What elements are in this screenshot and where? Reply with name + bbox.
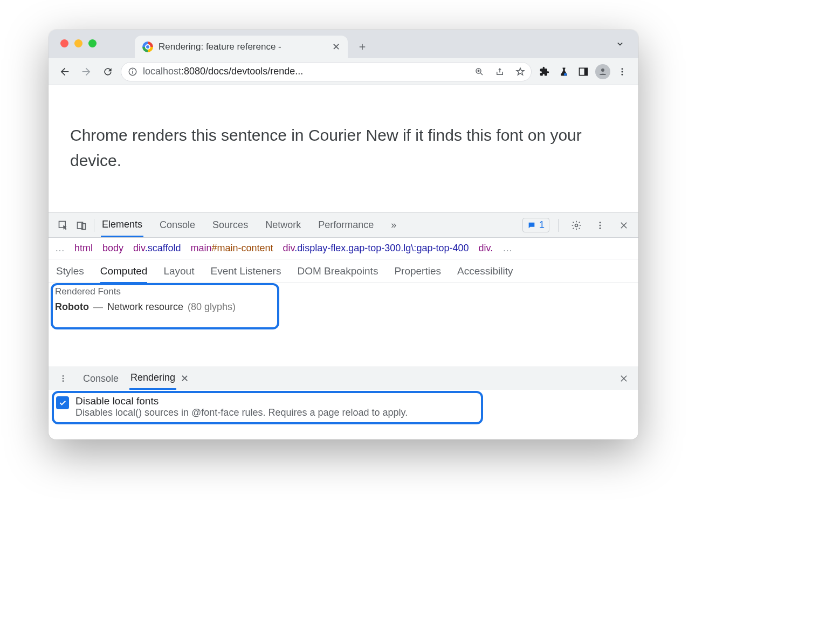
breadcrumb-item[interactable]: div.display-flex.gap-top-300.lg\:gap-top…	[283, 243, 469, 254]
breadcrumb-item[interactable]: body	[102, 243, 123, 254]
gear-icon	[571, 220, 582, 231]
svg-point-9	[622, 71, 623, 72]
close-tab-icon[interactable]: ✕	[332, 41, 340, 53]
svg-point-10	[622, 73, 623, 75]
dom-breadcrumb[interactable]: … html body div.scaffold main#main-conte…	[49, 238, 638, 259]
tab-console[interactable]: Console	[159, 214, 196, 236]
devices-icon	[76, 220, 87, 231]
plus-icon	[357, 42, 367, 52]
close-drawer-button[interactable]	[615, 369, 633, 388]
reload-icon	[102, 66, 113, 77]
back-button[interactable]	[56, 63, 73, 80]
fullscreen-window-button[interactable]	[88, 39, 97, 47]
more-tabs-button[interactable]: »	[390, 214, 397, 236]
inspect-button[interactable]	[54, 216, 72, 235]
avatar-icon	[595, 64, 610, 79]
minimize-window-button[interactable]	[74, 39, 82, 47]
svg-rect-1	[132, 71, 133, 73]
arrow-left-icon	[59, 66, 71, 78]
subtab-layout[interactable]: Layout	[163, 265, 194, 277]
svg-point-4	[564, 73, 567, 75]
devtools-panel: Elements Console Sources Network Perform…	[49, 212, 638, 439]
highlight-disable-local-fonts	[52, 391, 483, 424]
tab-network[interactable]: Network	[264, 214, 302, 236]
devtools-drawer: Console Rendering ✕ Disable local fonts …	[49, 367, 638, 426]
breadcrumb-ellipsis[interactable]: …	[55, 243, 65, 254]
subtab-event-listeners[interactable]: Event Listeners	[210, 265, 281, 277]
close-window-button[interactable]	[60, 39, 68, 47]
arrow-right-icon	[80, 66, 92, 78]
svg-point-7	[601, 68, 604, 72]
svg-point-19	[63, 378, 64, 380]
address-bar[interactable]: localhost:8080/docs/devtools/rende...	[121, 62, 532, 81]
close-icon	[619, 374, 629, 383]
tab-title: Rendering: feature reference -	[159, 42, 327, 52]
tab-performance[interactable]: Performance	[317, 214, 375, 236]
tab-elements[interactable]: Elements	[101, 214, 143, 237]
browser-window: Rendering: feature reference - ✕ localho…	[49, 30, 638, 439]
subtab-dom-breakpoints[interactable]: DOM Breakpoints	[297, 265, 378, 277]
sample-sentence: Chrome renders this sentence in Courier …	[70, 126, 582, 169]
issues-count: 1	[539, 219, 545, 231]
svg-point-8	[622, 68, 623, 70]
subtab-styles[interactable]: Styles	[56, 265, 84, 277]
profile-button[interactable]	[594, 63, 611, 80]
computed-panel: Rendered Fonts Roboto — Network resource…	[49, 283, 638, 426]
browser-tab[interactable]: Rendering: feature reference - ✕	[135, 36, 348, 58]
chrome-favicon-icon	[142, 42, 153, 52]
tab-sources[interactable]: Sources	[211, 214, 249, 236]
new-tab-button[interactable]	[353, 38, 371, 56]
breadcrumb-item[interactable]: div.	[478, 243, 493, 254]
reload-button[interactable]	[99, 63, 116, 80]
drawer-tab-console[interactable]: Console	[82, 368, 120, 389]
drawer-menu-button[interactable]	[54, 369, 72, 388]
extensions-button[interactable]	[536, 63, 553, 80]
settings-button[interactable]	[567, 216, 586, 235]
share-icon	[495, 67, 505, 77]
labs-button[interactable]	[555, 63, 573, 80]
side-panel-button[interactable]	[575, 63, 592, 80]
close-drawer-tab-icon[interactable]: ✕	[181, 373, 189, 384]
tab-search-button[interactable]	[615, 38, 625, 49]
star-icon	[515, 67, 525, 77]
sidepanel-icon	[578, 66, 589, 77]
page-content: Chrome renders this sentence in Courier …	[49, 85, 638, 212]
breadcrumb-item[interactable]: div.scaffold	[133, 243, 181, 254]
svg-point-15	[600, 222, 601, 223]
zoom-button[interactable]	[472, 64, 487, 79]
breadcrumb-ellipsis[interactable]: …	[502, 243, 512, 254]
forward-button[interactable]	[78, 63, 95, 80]
window-controls	[60, 39, 97, 47]
devtools-toolbar: Elements Console Sources Network Perform…	[49, 213, 638, 238]
close-icon	[619, 221, 629, 230]
puzzle-icon	[539, 66, 550, 77]
devtools-tabs: Elements Console Sources Network Perform…	[101, 214, 397, 237]
subtab-computed[interactable]: Computed	[100, 259, 148, 284]
rendering-drawer-body: Disable local fonts Disables local() sou…	[49, 390, 638, 426]
elements-subtabs: Styles Computed Layout Event Listeners D…	[49, 259, 638, 283]
issues-button[interactable]: 1	[522, 218, 549, 232]
chrome-menu-button[interactable]	[614, 63, 631, 80]
kebab-icon	[595, 221, 605, 230]
chevron-down-icon	[615, 38, 625, 49]
close-devtools-button[interactable]	[615, 216, 633, 235]
titlebar: Rendering: feature reference - ✕	[49, 30, 638, 58]
info-icon	[128, 67, 137, 77]
device-toggle-button[interactable]	[72, 216, 91, 235]
devtools-menu-button[interactable]	[591, 216, 609, 235]
browser-toolbar: localhost:8080/docs/devtools/rende...	[49, 58, 638, 85]
subtab-accessibility[interactable]: Accessibility	[457, 265, 513, 277]
breadcrumb-item[interactable]: html	[74, 243, 93, 254]
breadcrumb-item[interactable]: main#main-content	[190, 243, 273, 254]
svg-point-18	[63, 375, 64, 377]
flask-icon	[559, 66, 569, 77]
svg-rect-2	[132, 69, 133, 70]
highlight-rendered-fonts	[51, 283, 279, 329]
kebab-icon	[617, 67, 627, 77]
kebab-icon	[59, 374, 67, 383]
drawer-tab-rendering[interactable]: Rendering	[129, 367, 176, 390]
share-button[interactable]	[492, 64, 507, 79]
svg-point-14	[575, 224, 578, 226]
subtab-properties[interactable]: Properties	[394, 265, 441, 277]
bookmark-button[interactable]	[513, 64, 528, 79]
